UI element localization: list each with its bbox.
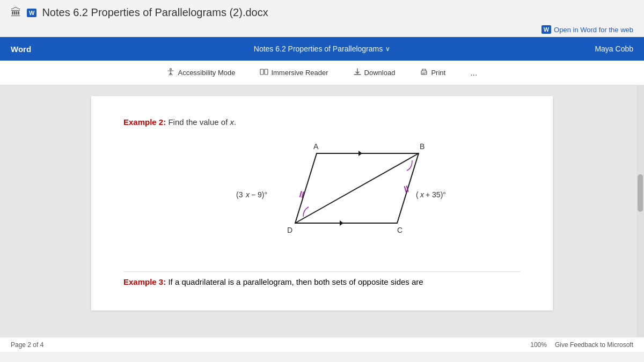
svg-text:− 9)°: − 9)°: [251, 190, 267, 199]
toolbar-doc-title-text: Notes 6.2 Properties of Parallelograms: [254, 45, 383, 53]
print-button[interactable]: Print: [415, 65, 450, 80]
accessibility-icon: [166, 68, 175, 78]
svg-text:(3: (3: [236, 190, 243, 199]
more-options-icon: ...: [470, 68, 477, 77]
scrollbar-thumb[interactable]: [638, 174, 643, 212]
zoom-level: 100%: [530, 341, 547, 349]
scrollbar-track[interactable]: [636, 85, 644, 337]
download-icon: [353, 68, 362, 78]
svg-text:B: B: [420, 142, 425, 151]
svg-text:x: x: [245, 190, 250, 199]
document-container: Example 2: Find the value of x.: [0, 85, 644, 337]
svg-text:A: A: [313, 142, 319, 151]
example2-title: Example 2: Find the value of x.: [123, 117, 521, 127]
svg-rect-2: [265, 69, 268, 75]
bottom-bar-left: Page 2 of 4: [11, 341, 43, 349]
immersive-reader-button[interactable]: Immersive Reader: [255, 65, 332, 80]
svg-point-4: [426, 72, 427, 73]
example2-label: Example 2:: [123, 117, 166, 127]
document-title: Notes 6.2 Properties of Parallelograms (…: [42, 6, 268, 19]
document-page: Example 2: Find the value of x.: [91, 96, 553, 311]
download-label: Download: [364, 69, 396, 77]
download-button[interactable]: Download: [349, 65, 400, 80]
svg-text:(: (: [416, 190, 419, 199]
example2-text: Find the value of: [168, 117, 230, 127]
accessibility-mode-button[interactable]: Accessibility Mode: [162, 65, 239, 80]
immersive-reader-icon: [260, 68, 268, 78]
svg-line-11: [300, 191, 302, 197]
svg-line-13: [405, 186, 406, 193]
diagram-svg: A B C D (3 x − 9)° ( x + 35)°: [188, 137, 456, 266]
word-doc-icon: W: [27, 9, 36, 17]
word-link-icon: W: [541, 25, 551, 34]
open-word-link[interactable]: W Open in Word for the web: [541, 25, 633, 34]
svg-text:+ 35)°: + 35)°: [426, 190, 446, 199]
immersive-reader-label: Immersive Reader: [271, 69, 328, 77]
toolbar-chevron-icon: ∨: [385, 45, 390, 53]
accessibility-mode-label: Accessibility Mode: [178, 69, 235, 77]
example3-text: If a quadrilateral is a parallelogram, t…: [166, 277, 423, 286]
page-info: Page 2 of 4: [11, 341, 43, 349]
svg-text:C: C: [397, 226, 402, 234]
svg-text:D: D: [287, 226, 292, 234]
example2-period: .: [234, 117, 236, 127]
example3-section: Example 3: If a quadrilateral is a paral…: [123, 271, 521, 287]
print-label: Print: [431, 69, 445, 77]
bottom-bar-right: 100% Give Feedback to Microsoft: [530, 341, 633, 349]
word-toolbar: Word Notes 6.2 Properties of Parallelogr…: [0, 37, 644, 61]
more-options-button[interactable]: ...: [466, 66, 481, 80]
toolbar-user-name: Maya Cobb: [590, 45, 633, 53]
parallelogram-diagram: A B C D (3 x − 9)° ( x + 35)°: [188, 137, 456, 266]
svg-point-0: [170, 69, 172, 70]
svg-text:x: x: [420, 190, 425, 199]
open-word-label: Open in Word for the web: [554, 26, 633, 34]
action-bar: Accessibility Mode Immersive Reader Down…: [0, 61, 644, 85]
svg-marker-10: [340, 220, 343, 226]
example2-var: x: [230, 117, 234, 127]
open-word-bar: W Open in Word for the web: [0, 23, 644, 37]
print-icon: [420, 68, 428, 78]
svg-marker-8: [358, 151, 362, 156]
building-icon: 🏛: [11, 6, 21, 19]
feedback-link[interactable]: Give Feedback to Microsoft: [555, 341, 633, 349]
example3-label: Example 3:: [123, 277, 166, 286]
toolbar-doc-title[interactable]: Notes 6.2 Properties of Parallelograms ∨: [54, 45, 590, 53]
toolbar-word-label: Word: [11, 45, 54, 54]
title-bar: 🏛 W Notes 6.2 Properties of Parallelogra…: [0, 0, 644, 23]
bottom-bar: Page 2 of 4 100% Give Feedback to Micros…: [0, 337, 644, 352]
svg-rect-1: [260, 69, 264, 75]
